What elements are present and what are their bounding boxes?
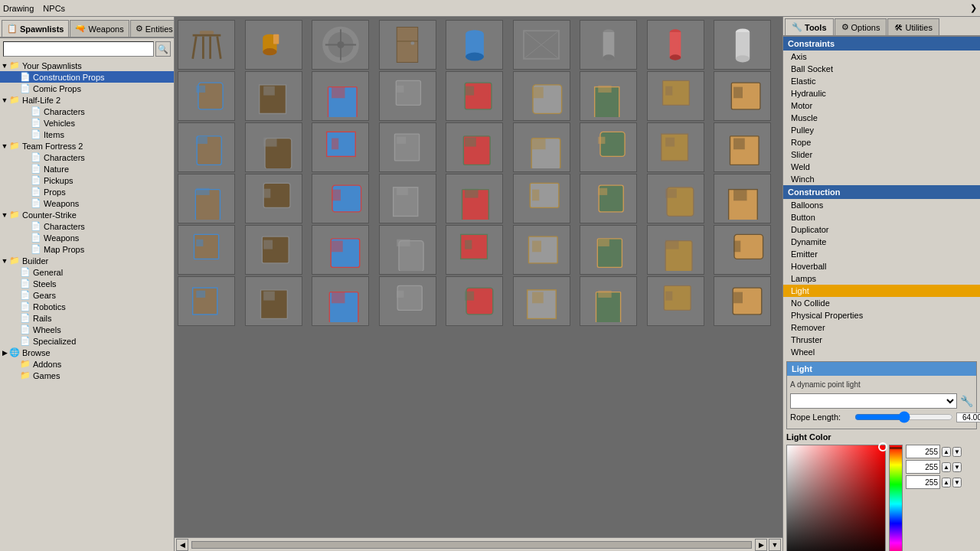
construction-dynamite[interactable]: Dynamite — [783, 236, 980, 248]
grid-cell[interactable] — [312, 20, 369, 70]
scroll-left-btn[interactable]: ◀ — [176, 539, 188, 551]
tree-item-browse-games[interactable]: 📁Games — [0, 370, 174, 381]
construction-remover[interactable]: Remover — [783, 321, 980, 334]
grid-cell[interactable] — [178, 71, 235, 121]
grid-cell[interactable] — [245, 276, 302, 326]
green-up-btn[interactable]: ▲ — [942, 462, 951, 472]
menu-drawing[interactable]: Drawing — [3, 4, 34, 13]
grid-cell[interactable] — [513, 276, 570, 326]
grid-cell[interactable] — [513, 20, 570, 70]
construction-thruster[interactable]: Thruster — [783, 334, 980, 346]
grid-cell[interactable] — [513, 122, 570, 172]
constraint-ball-socket[interactable]: Ball Socket — [783, 63, 980, 75]
grid-cell[interactable] — [379, 225, 436, 275]
red-input[interactable] — [906, 445, 940, 458]
constraint-hydraulic[interactable]: Hydraulic — [783, 87, 980, 99]
menu-npcs[interactable]: NPCs — [43, 4, 65, 13]
construction-lamps[interactable]: Lamps — [783, 272, 980, 285]
grid-cell[interactable] — [379, 71, 436, 121]
construction-wheel[interactable]: Wheel — [783, 346, 980, 358]
tree-item-tf2-nature[interactable]: 📄Nature — [0, 163, 174, 174]
grid-cell[interactable] — [312, 174, 369, 223]
grid-cell[interactable] — [714, 71, 771, 121]
grid-cell[interactable] — [580, 225, 637, 275]
tree-item-builder-gears[interactable]: 📄Gears — [0, 289, 174, 301]
grid-cell[interactable] — [647, 276, 704, 326]
tab-entities[interactable]: ⚙Entities — [130, 20, 174, 37]
grid-cell[interactable] — [178, 276, 235, 326]
grid-cell[interactable] — [446, 174, 503, 223]
grid-cell[interactable] — [245, 71, 302, 121]
tree-item-comic-props[interactable]: 📄Comic Props — [0, 83, 174, 94]
tree-item-team-fortress-2[interactable]: ▼📁Team Fortress 2 — [0, 140, 174, 152]
red-up-btn[interactable]: ▲ — [942, 447, 951, 457]
construction-duplicator[interactable]: Duplicator — [783, 223, 980, 236]
tree-item-tf2-weapons[interactable]: 📄Weapons — [0, 197, 174, 209]
grid-cell[interactable] — [647, 71, 704, 121]
red-down-btn[interactable]: ▼ — [952, 447, 962, 457]
search-button[interactable]: 🔍 — [155, 41, 171, 57]
tree-item-builder-general[interactable]: 📄General — [0, 266, 174, 278]
light-preset-dropdown[interactable] — [790, 393, 957, 409]
tree-toggle[interactable]: ▼ — [0, 62, 9, 70]
tree-item-builder-steels[interactable]: 📄Steels — [0, 278, 174, 289]
grid-cell[interactable] — [312, 71, 369, 121]
grid-cell[interactable] — [647, 174, 704, 223]
grid-cell[interactable] — [446, 20, 503, 70]
tree-item-browse-addons[interactable]: 📁Addons — [0, 358, 174, 370]
grid-cell[interactable] — [446, 122, 503, 172]
grid-cell[interactable] — [714, 225, 771, 275]
blue-down-btn[interactable]: ▼ — [952, 478, 962, 487]
tree-item-builder-robotics[interactable]: 📄Robotics — [0, 301, 174, 312]
tree-item-tf2-pickups[interactable]: 📄Pickups — [0, 174, 174, 186]
green-down-btn[interactable]: ▼ — [952, 462, 962, 472]
grid-cell[interactable] — [580, 174, 637, 223]
constraint-slider[interactable]: Slider — [783, 148, 980, 161]
rope-length-slider[interactable] — [854, 412, 953, 422]
blue-up-btn[interactable]: ▲ — [942, 478, 951, 487]
grid-cell[interactable] — [580, 20, 637, 70]
construction-balloons[interactable]: Balloons — [783, 199, 980, 211]
grid-cell[interactable] — [647, 20, 704, 70]
constraint-rope[interactable]: Rope — [783, 136, 980, 148]
grid-cell[interactable] — [647, 225, 704, 275]
grid-cell[interactable] — [580, 122, 637, 172]
grid-cell[interactable] — [379, 174, 436, 223]
grid-cell[interactable] — [312, 122, 369, 172]
grid-cell[interactable] — [379, 122, 436, 172]
constraint-winch[interactable]: Winch — [783, 173, 980, 185]
grid-cell[interactable] — [312, 276, 369, 326]
construction-no-collide[interactable]: No Collide — [783, 297, 980, 309]
tree-item-hl2-items[interactable]: 📄Items — [0, 129, 174, 140]
tree-item-your-spawnlists[interactable]: ▼📁Your Spawnlists — [0, 60, 174, 71]
grid-cell[interactable] — [446, 276, 503, 326]
grid-cell[interactable] — [245, 20, 302, 70]
grid-cell[interactable] — [245, 174, 302, 223]
hue-bar[interactable] — [889, 445, 903, 551]
tree-item-cs-weapons[interactable]: 📄Weapons — [0, 232, 174, 243]
tree-item-tf2-props[interactable]: 📄Props — [0, 186, 174, 197]
tab-spawnlists[interactable]: 📋Spawnlists — [2, 20, 69, 37]
search-input[interactable] — [3, 41, 154, 57]
right-tab-options[interactable]: ⚙Options — [835, 18, 887, 35]
grid-cell[interactable] — [513, 174, 570, 223]
wrench-icon[interactable]: 🔧 — [960, 395, 973, 407]
constraint-axis[interactable]: Axis — [783, 51, 980, 63]
color-gradient-picker[interactable] — [786, 445, 886, 551]
constraint-elastic[interactable]: Elastic — [783, 75, 980, 87]
grid-cell[interactable] — [513, 71, 570, 121]
grid-cell[interactable] — [312, 225, 369, 275]
construction-light[interactable]: Light — [783, 285, 980, 297]
grid-cell[interactable] — [580, 71, 637, 121]
tree-item-builder-rails[interactable]: 📄Rails — [0, 312, 174, 324]
tree-item-builder-specialized[interactable]: 📄Specialized — [0, 335, 174, 347]
tree-item-tf2-characters[interactable]: 📄Characters — [0, 152, 174, 163]
grid-cell[interactable] — [714, 122, 771, 172]
green-input[interactable] — [906, 460, 940, 474]
grid-cell[interactable] — [178, 20, 235, 70]
tree-toggle[interactable]: ▼ — [0, 96, 9, 104]
grid-cell[interactable] — [714, 174, 771, 223]
tree-item-hl2-characters[interactable]: 📄Characters — [0, 106, 174, 117]
construction-emitter[interactable]: Emitter — [783, 248, 980, 260]
tree-toggle[interactable]: ▼ — [0, 257, 9, 265]
